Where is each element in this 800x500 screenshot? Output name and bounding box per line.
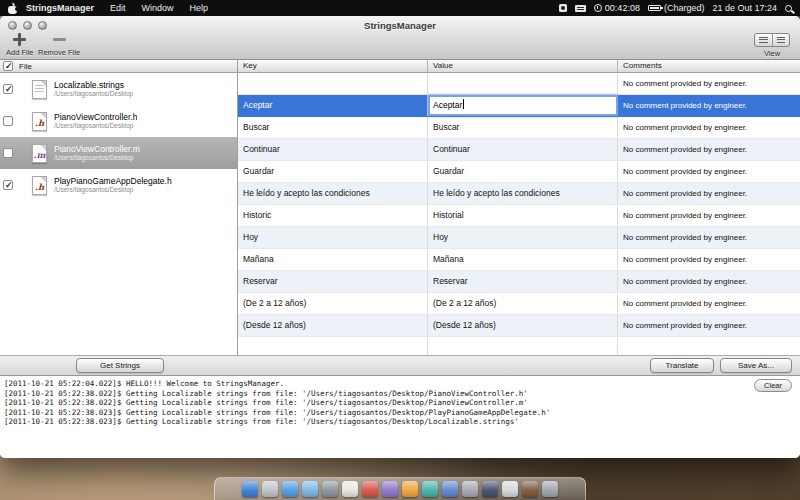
dock-icon-16[interactable]: [542, 481, 558, 497]
table-row[interactable]: (De 2 a 12 años) (De 2 a 12 años) No com…: [238, 293, 800, 315]
log-console[interactable]: [2011-10-21 05:22:04.022]$ HELLO!!! Welc…: [0, 376, 800, 458]
dock-icon-13[interactable]: [482, 481, 498, 497]
comment-cell[interactable]: No comment provided by engineer.: [618, 227, 800, 248]
dock-icon-12[interactable]: [462, 481, 478, 497]
dock-icon-8[interactable]: [382, 481, 398, 497]
keyboard-icon[interactable]: [575, 5, 586, 12]
dock-icon-11[interactable]: [442, 481, 458, 497]
menu-app-name[interactable]: StringsManager: [18, 3, 102, 13]
dock-icon-5[interactable]: [322, 481, 338, 497]
value-cell[interactable]: (Desde 12 años): [428, 315, 618, 336]
key-cell[interactable]: Reservar: [238, 271, 428, 292]
dock-icon-3[interactable]: [282, 481, 298, 497]
key-cell[interactable]: Guardar: [238, 161, 428, 182]
view-segment-1[interactable]: [755, 34, 772, 46]
value-cell[interactable]: Mañana: [428, 249, 618, 270]
value-cell[interactable]: He leído y acepto las condiciones: [428, 183, 618, 204]
key-cell[interactable]: Historic: [238, 205, 428, 226]
chrono-status[interactable]: 00:42:08: [594, 3, 640, 13]
dock-icon-9[interactable]: [402, 481, 418, 497]
key-cell[interactable]: He leído y acepto las condiciones: [238, 183, 428, 204]
spotlight-icon[interactable]: [785, 5, 792, 12]
input-menu-icon[interactable]: [559, 4, 567, 12]
menubar-clock[interactable]: 21 de Out 17:24: [712, 3, 777, 13]
file-checkbox[interactable]: [3, 116, 13, 126]
value-cell[interactable]: Aceptar: [428, 95, 618, 116]
table-row[interactable]: Continuar Continuar No comment provided …: [238, 139, 800, 161]
menu-edit[interactable]: Edit: [102, 3, 134, 13]
value-cell[interactable]: Reservar: [428, 271, 618, 292]
log-line: [2011-10-21 05:22:38.023]$ Getting Local…: [4, 408, 796, 418]
battery-status[interactable]: (Charged): [648, 3, 705, 13]
menu-window[interactable]: Window: [134, 3, 182, 13]
dock-icon-14[interactable]: [502, 481, 518, 497]
table-row[interactable]: Aceptar Aceptar No comment provided by e…: [238, 95, 800, 117]
file-checkbox[interactable]: [3, 84, 13, 94]
dock-icon-7[interactable]: [362, 481, 378, 497]
remove-file-button[interactable]: Remove File: [38, 33, 80, 57]
table-row[interactable]: No comment provided by engineer.: [238, 73, 800, 95]
key-cell[interactable]: Continuar: [238, 139, 428, 160]
comment-cell[interactable]: No comment provided by engineer.: [618, 161, 800, 182]
key-cell[interactable]: (De 2 a 12 años): [238, 293, 428, 314]
table-row[interactable]: Buscar Buscar No comment provided by eng…: [238, 117, 800, 139]
dock-icon-15[interactable]: [522, 481, 538, 497]
key-cell[interactable]: Hoy: [238, 227, 428, 248]
clear-button[interactable]: Clear: [754, 379, 792, 392]
table-row[interactable]: Hoy Hoy No comment provided by engineer.: [238, 227, 800, 249]
column-header-key[interactable]: Key: [238, 60, 428, 73]
key-cell[interactable]: Buscar: [238, 117, 428, 138]
translate-button[interactable]: Translate: [650, 358, 714, 373]
table-row[interactable]: Mañana Mañana No comment provided by eng…: [238, 249, 800, 271]
file-list-header[interactable]: File: [0, 60, 237, 73]
file-list-item[interactable]: .h PlayPianoGameAppDelegate.h /Users/tia…: [0, 169, 237, 201]
file-list-item[interactable]: Localizable.strings /Users/tiagosantos/D…: [0, 73, 237, 105]
file-list-panel: File Localizable.strings /Users/tiagosan…: [0, 60, 238, 355]
dock-icon-1[interactable]: [242, 481, 258, 497]
value-cell[interactable]: Historial: [428, 205, 618, 226]
value-cell[interactable]: Hoy: [428, 227, 618, 248]
table-row[interactable]: (Desde 12 años) (Desde 12 años) No comme…: [238, 315, 800, 337]
dock-icon-2[interactable]: [262, 481, 278, 497]
comment-cell[interactable]: No comment provided by engineer.: [618, 205, 800, 226]
menu-help[interactable]: Help: [182, 3, 217, 13]
comment-cell[interactable]: No comment provided by engineer.: [618, 117, 800, 138]
file-checkbox[interactable]: [3, 148, 13, 158]
table-row[interactable]: Reservar Reservar No comment provided by…: [238, 271, 800, 293]
key-cell[interactable]: (Desde 12 años): [238, 315, 428, 336]
column-header-value[interactable]: Value: [428, 60, 618, 73]
file-header-checkbox[interactable]: [3, 61, 13, 71]
comment-cell[interactable]: No comment provided by engineer.: [618, 183, 800, 204]
save-as-button[interactable]: Save As...: [720, 358, 792, 373]
file-list-item[interactable]: .m PianoViewController.m /Users/tiagosan…: [0, 137, 237, 169]
value-cell[interactable]: (De 2 a 12 años): [428, 293, 618, 314]
file-list-item[interactable]: .h PianoViewController.h /Users/tiagosan…: [0, 105, 237, 137]
column-header-comments[interactable]: Comments: [618, 60, 800, 73]
file-checkbox[interactable]: [3, 180, 13, 190]
dock-icon-10[interactable]: [422, 481, 438, 497]
comment-cell[interactable]: No comment provided by engineer.: [618, 249, 800, 270]
get-strings-button[interactable]: Get Strings: [76, 358, 164, 373]
dock-icon-6[interactable]: [342, 481, 358, 497]
add-file-button[interactable]: Add File: [6, 33, 34, 57]
value-cell[interactable]: Buscar: [428, 117, 618, 138]
add-file-label: Add File: [6, 48, 34, 57]
table-row[interactable]: He leído y acepto las condiciones He leí…: [238, 183, 800, 205]
comment-cell[interactable]: No comment provided by engineer.: [618, 293, 800, 314]
comment-cell[interactable]: No comment provided by engineer.: [618, 315, 800, 336]
comment-cell[interactable]: No comment provided by engineer.: [618, 271, 800, 292]
comment-cell[interactable]: No comment provided by engineer.: [618, 95, 800, 116]
key-cell[interactable]: Mañana: [238, 249, 428, 270]
key-cell[interactable]: [238, 73, 428, 94]
apple-menu-icon[interactable]: [8, 3, 18, 14]
dock-icon-4[interactable]: [302, 481, 318, 497]
value-cell[interactable]: Continuar: [428, 139, 618, 160]
comment-cell[interactable]: No comment provided by engineer.: [618, 73, 800, 94]
value-cell[interactable]: [428, 73, 618, 94]
view-segment-2[interactable]: [772, 34, 789, 46]
table-row[interactable]: Guardar Guardar No comment provided by e…: [238, 161, 800, 183]
table-row[interactable]: Historic Historial No comment provided b…: [238, 205, 800, 227]
key-cell[interactable]: Aceptar: [238, 95, 428, 116]
value-cell[interactable]: Guardar: [428, 161, 618, 182]
comment-cell[interactable]: No comment provided by engineer.: [618, 139, 800, 160]
